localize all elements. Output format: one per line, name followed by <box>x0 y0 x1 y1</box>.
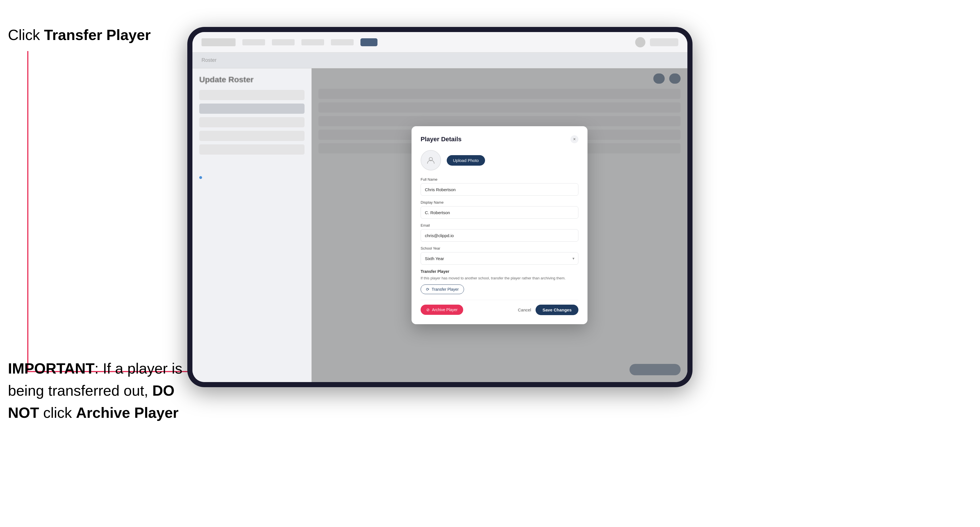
nav-item-tournaments[interactable] <box>242 39 265 45</box>
app-logo <box>202 38 235 46</box>
school-year-group: School Year Sixth Year First Year Second… <box>421 246 578 265</box>
modal-footer: ⊘ Archive Player Cancel Save Changes <box>421 300 578 315</box>
tablet-device: Roster Update Roster <box>187 27 692 387</box>
instruction-click: click <box>39 405 76 421</box>
upload-photo-button[interactable]: Upload Photo <box>447 155 485 166</box>
list-item-4[interactable] <box>199 131 304 141</box>
full-name-group: Full Name <box>421 177 578 196</box>
nav-item-coaches[interactable] <box>301 39 324 45</box>
display-name-label: Display Name <box>421 200 578 205</box>
player-details-modal: Player Details × Upload Photo <box>412 126 587 324</box>
app-topbar <box>192 32 687 52</box>
instruction-bottom: IMPORTANT: If a player is being transfer… <box>8 357 184 424</box>
roster-section-title: Update Roster <box>199 75 304 84</box>
transfer-btn-label: Transfer Player <box>432 287 459 292</box>
email-group: Email <box>421 223 578 242</box>
instruction-top: Click Transfer Player <box>8 25 151 45</box>
modal-close-button[interactable]: × <box>570 135 578 143</box>
transfer-description: If this player has moved to another scho… <box>421 275 578 281</box>
save-changes-button[interactable]: Save Changes <box>536 305 578 315</box>
modal-overlay: Player Details × Upload Photo <box>312 68 687 382</box>
transfer-icon: ⟳ <box>426 287 430 292</box>
list-item-3[interactable] <box>199 117 304 127</box>
transfer-player-button[interactable]: ⟳ Transfer Player <box>421 284 464 294</box>
school-year-select[interactable]: Sixth Year First Year Second Year Third … <box>421 252 578 265</box>
tablet-screen: Roster Update Roster <box>192 32 687 382</box>
display-name-group: Display Name <box>421 200 578 219</box>
email-input[interactable] <box>421 229 578 242</box>
topbar-right <box>635 37 678 48</box>
transfer-section-title: Transfer Player <box>421 269 578 274</box>
full-name-input[interactable] <box>421 183 578 196</box>
cancel-button[interactable]: Cancel <box>518 308 531 312</box>
nav-item-team[interactable] <box>272 39 294 45</box>
arrow-line-vertical <box>27 51 29 371</box>
modal-header: Player Details × <box>421 135 578 143</box>
transfer-section: Transfer Player If this player has moved… <box>421 269 578 294</box>
instruction-important: IMPORTANT <box>8 360 94 377</box>
breadcrumb-text: Roster <box>202 57 216 63</box>
right-panel: Player Details × Upload Photo <box>312 68 687 382</box>
list-item-5[interactable] <box>199 144 304 155</box>
footer-right-actions: Cancel Save Changes <box>518 305 578 315</box>
list-dot-indicator <box>199 176 202 179</box>
photo-section: Upload Photo <box>421 150 578 170</box>
user-avatar <box>635 37 645 48</box>
left-panel: Update Roster <box>192 68 312 382</box>
archive-player-button[interactable]: ⊘ Archive Player <box>421 305 463 315</box>
archive-icon: ⊘ <box>426 308 430 312</box>
nav-item-roster-active[interactable] <box>360 38 377 46</box>
avatar-placeholder <box>421 150 441 170</box>
full-name-label: Full Name <box>421 177 578 181</box>
nav-item-addons[interactable] <box>331 39 354 45</box>
settings-button[interactable] <box>650 38 678 46</box>
sub-header: Roster <box>192 52 687 68</box>
list-item-2[interactable] <box>199 103 304 114</box>
app-content: Update Roster <box>192 68 687 382</box>
school-year-select-wrapper: Sixth Year First Year Second Year Third … <box>421 252 578 265</box>
instruction-archive: Archive Player <box>76 405 178 421</box>
email-label: Email <box>421 223 578 227</box>
list-item-1[interactable] <box>199 90 304 100</box>
display-name-input[interactable] <box>421 206 578 219</box>
archive-btn-label: Archive Player <box>432 308 458 312</box>
instruction-top-bold: Transfer Player <box>44 27 151 43</box>
instruction-top-text: Click <box>8 27 44 43</box>
modal-title: Player Details <box>421 136 461 143</box>
school-year-label: School Year <box>421 246 578 251</box>
